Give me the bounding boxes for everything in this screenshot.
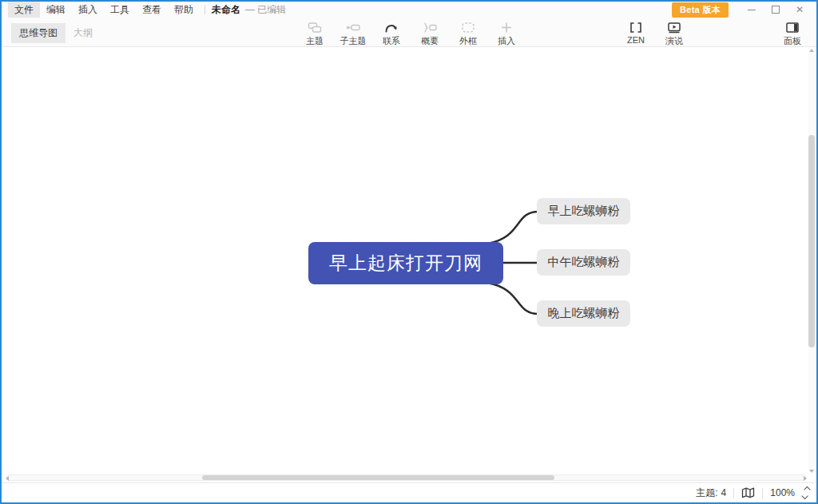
zoom-level: 100% bbox=[770, 487, 795, 498]
topic-count: 主题: 4 bbox=[696, 486, 726, 500]
vertical-scrollbar[interactable] bbox=[808, 50, 815, 471]
present-monitor-icon bbox=[667, 21, 681, 34]
map-icon bbox=[741, 487, 755, 498]
topic-count-value: 4 bbox=[721, 487, 727, 498]
menu-item-edit[interactable]: 编辑 bbox=[40, 2, 72, 18]
minimize-icon bbox=[748, 10, 756, 10]
tab-mindmap[interactable]: 思维导图 bbox=[11, 23, 66, 43]
menu-divider bbox=[204, 5, 205, 14]
view-tabs: 思维导图 大纲 bbox=[11, 23, 101, 43]
minimize-button[interactable] bbox=[740, 2, 764, 17]
mindmap-root-node[interactable]: 早上起床打开刀网 bbox=[308, 242, 503, 284]
maximize-button[interactable] bbox=[764, 2, 788, 17]
menu-item-help[interactable]: 帮助 bbox=[168, 2, 200, 18]
toolbar-main-group: 主题 子主题 联系 概要 bbox=[299, 19, 522, 47]
menu-item-insert[interactable]: 插入 bbox=[72, 2, 104, 18]
close-icon: ✕ bbox=[796, 5, 804, 14]
toolbar-zen-group: ZEN 演说 bbox=[620, 19, 690, 47]
toolbar: 思维导图 大纲 主题 子主题 联系 bbox=[2, 18, 816, 47]
subtopic-label: 子主题 bbox=[340, 35, 367, 47]
tab-outline[interactable]: 大纲 bbox=[66, 23, 101, 43]
scroll-left-arrow-icon[interactable] bbox=[6, 476, 9, 481]
panel-button[interactable]: 面板 bbox=[776, 19, 808, 47]
mindmap-branch-node[interactable]: 早上吃螺蛳粉 bbox=[537, 198, 630, 224]
relationship-icon bbox=[384, 21, 399, 34]
menu-bar: 文件 编辑 插入 工具 查看 帮助 未命名 — 已编辑 Beta 版本 ✕ bbox=[2, 2, 816, 18]
menu-item-file[interactable]: 文件 bbox=[8, 2, 40, 18]
mindmap-canvas[interactable]: 早上起床打开刀网 早上吃螺蛳粉 中午吃螺蛳粉 晚上吃螺蛳粉 bbox=[2, 47, 816, 482]
close-button[interactable]: ✕ bbox=[788, 2, 812, 17]
boundary-button[interactable]: 外框 bbox=[452, 19, 484, 47]
summary-icon bbox=[423, 21, 437, 34]
horizontal-scrollbar[interactable] bbox=[6, 474, 806, 481]
relationship-label: 联系 bbox=[383, 35, 400, 47]
vertical-scrollbar-thumb[interactable] bbox=[808, 135, 815, 347]
insert-button[interactable]: 插入 bbox=[490, 19, 522, 47]
subtopic-icon bbox=[346, 21, 360, 34]
scroll-down-arrow-icon[interactable] bbox=[809, 470, 814, 473]
boundary-label: 外框 bbox=[459, 35, 477, 47]
maximize-icon bbox=[772, 6, 780, 14]
status-bar: 主题: 4 100% bbox=[2, 482, 816, 502]
panel-label: 面板 bbox=[784, 35, 801, 47]
relationship-button[interactable]: 联系 bbox=[375, 19, 407, 47]
statusbar-divider bbox=[762, 488, 763, 498]
insert-plus-icon bbox=[500, 21, 513, 34]
topic-label: 主题 bbox=[306, 35, 324, 47]
statusbar-divider bbox=[733, 488, 734, 498]
document-title: 未命名 bbox=[210, 3, 242, 17]
summary-button[interactable]: 概要 bbox=[414, 19, 446, 47]
present-button[interactable]: 演说 bbox=[658, 19, 690, 47]
zen-label: ZEN bbox=[627, 35, 645, 45]
zen-button[interactable]: ZEN bbox=[620, 19, 652, 47]
horizontal-scrollbar-thumb[interactable] bbox=[202, 475, 554, 480]
boundary-icon bbox=[461, 21, 475, 34]
zen-brackets-icon bbox=[629, 21, 642, 34]
summary-label: 概要 bbox=[421, 35, 439, 47]
insert-label: 插入 bbox=[498, 35, 515, 47]
app-window: 文件 编辑 插入 工具 查看 帮助 未命名 — 已编辑 Beta 版本 ✕ 思维… bbox=[0, 0, 818, 504]
topic-icon bbox=[308, 21, 322, 34]
menu-item-tools[interactable]: 工具 bbox=[104, 2, 136, 18]
menu-item-view[interactable]: 查看 bbox=[136, 2, 168, 18]
beta-badge: Beta 版本 bbox=[672, 2, 729, 18]
fit-map-button[interactable] bbox=[741, 487, 755, 498]
mindmap-branch-node[interactable]: 中午吃螺蛳粉 bbox=[537, 249, 630, 276]
toolbar-panel-group: 面板 bbox=[776, 19, 808, 47]
zoom-stepper[interactable] bbox=[804, 487, 808, 498]
present-label: 演说 bbox=[665, 35, 683, 47]
scroll-right-arrow-icon[interactable] bbox=[804, 476, 807, 481]
topic-count-label: 主题: bbox=[696, 486, 717, 500]
scroll-up-arrow-icon[interactable] bbox=[809, 49, 814, 52]
document-edited-status: — 已编辑 bbox=[245, 3, 286, 17]
subtopic-button[interactable]: 子主题 bbox=[337, 19, 369, 47]
mindmap-branch-node[interactable]: 晚上吃螺蛳粉 bbox=[537, 300, 630, 327]
panel-icon bbox=[785, 21, 800, 34]
zoom-decrease-icon[interactable] bbox=[801, 493, 808, 499]
topic-button[interactable]: 主题 bbox=[299, 19, 331, 47]
